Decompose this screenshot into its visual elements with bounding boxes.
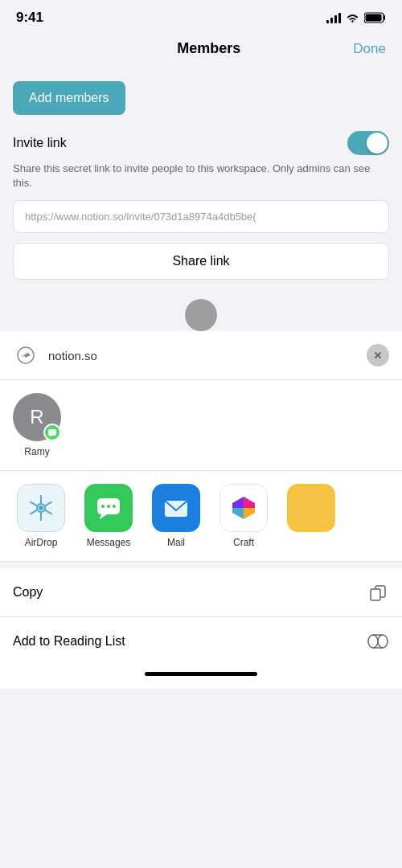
craft-app-icon [219,484,268,532]
invite-link-row: Invite link [13,131,389,155]
toggle-knob [367,133,388,154]
drag-handle [185,299,217,331]
copy-action-row[interactable]: Copy [0,568,402,617]
apps-section: AirDrop Messages [0,471,402,562]
reading-list-icon [367,630,389,653]
reading-list-action-row[interactable]: Add to Reading List [0,617,402,665]
share-url-text: notion.so [48,349,357,362]
invite-description: Share this secret link to invite people … [13,162,389,190]
add-members-button[interactable]: Add members [13,81,125,115]
reading-list-label: Add to Reading List [13,634,125,649]
compass-icon [13,342,39,368]
svg-point-9 [39,506,43,510]
app-item-messages[interactable]: Messages [80,484,137,548]
apps-row: AirDrop Messages [13,484,389,548]
messages-app-icon [84,484,133,532]
mail-app-icon [152,484,200,532]
contact-avatar-wrap: R [13,393,61,441]
nav-title: Members [177,40,240,57]
app-item-airdrop[interactable]: AirDrop [13,484,69,548]
copy-label: Copy [13,585,43,600]
app-item-mail[interactable]: Mail [148,484,204,548]
status-time: 9:41 [16,10,43,26]
home-indicator [145,672,257,676]
status-bar: 9:41 [0,0,402,32]
messages-label: Messages [87,537,131,548]
app-item-more[interactable] [283,484,339,532]
share-sheet: notion.so R Ramy [0,331,402,689]
invite-url-display: https://www.notion.so/invite/073d1a8974a… [13,200,389,233]
done-button[interactable]: Done [353,41,386,57]
action-rows: Copy Add to Reading List [0,568,402,665]
svg-rect-7 [48,429,56,436]
contact-item-ramy[interactable]: R Ramy [13,393,61,457]
share-link-button[interactable]: Share link [13,243,389,280]
status-icons [326,12,386,23]
divider-section [13,286,389,331]
contact-name-ramy: Ramy [24,446,49,457]
svg-point-12 [107,505,110,508]
svg-point-17 [368,635,378,648]
airdrop-app-icon [17,484,65,532]
wifi-icon [346,13,359,23]
copy-icon [367,581,389,604]
contacts-row: R Ramy [0,380,402,471]
contact-messages-badge [43,424,61,441]
main-content: Add members Invite link Share this secre… [0,68,402,331]
app-item-craft[interactable]: Craft [215,484,272,548]
mail-label: Mail [167,537,185,548]
svg-point-13 [113,505,116,508]
url-bar: notion.so [0,331,402,380]
svg-rect-16 [371,589,380,600]
airdrop-label: AirDrop [25,537,58,548]
bottom-bar [0,665,402,689]
svg-rect-1 [366,14,382,22]
invite-link-label: Invite link [13,136,67,150]
signal-icon [326,12,341,23]
svg-point-11 [101,505,105,508]
invite-section: Invite link Share this secret link to in… [13,131,389,280]
nav-bar: Members Done [0,32,402,68]
more-app-icon [287,484,335,532]
battery-icon [364,12,386,23]
svg-point-18 [378,635,388,648]
url-close-button[interactable] [367,344,389,366]
craft-label: Craft [233,537,254,548]
invite-link-toggle[interactable] [347,131,389,155]
